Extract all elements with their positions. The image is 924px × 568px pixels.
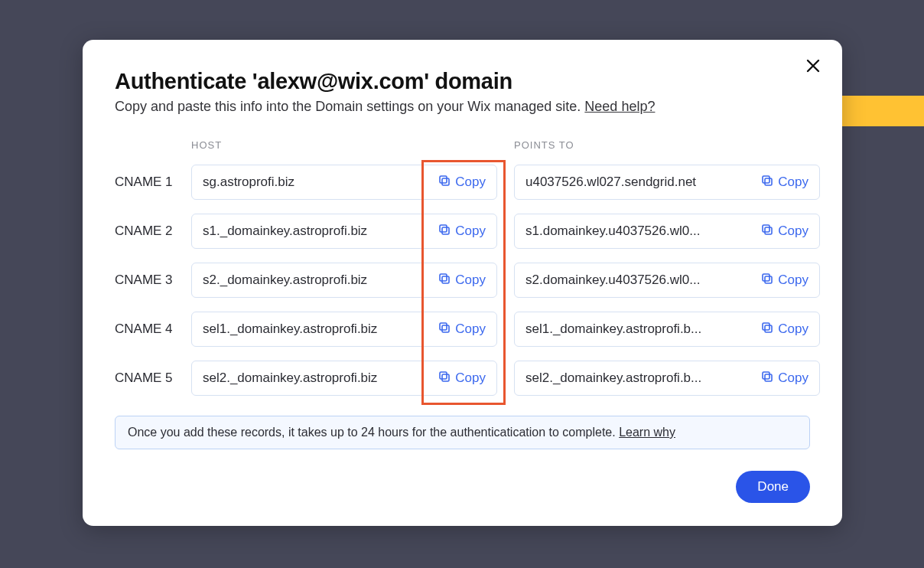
svg-rect-12 — [442, 325, 449, 332]
column-header-host: HOST — [191, 139, 497, 151]
copy-icon — [761, 371, 773, 387]
copy-icon — [761, 175, 773, 191]
points-to-field: s1.domainkey.u4037526.wl0... Copy — [514, 214, 820, 249]
copy-icon — [438, 322, 451, 338]
points-to-value: s2.domainkey.u4037526.wl0... — [525, 273, 753, 288]
points-to-value: sel1._domainkey.astroprofi.b... — [525, 322, 753, 337]
copy-points-to-button[interactable]: Copy — [753, 371, 808, 387]
points-to-value: s1.domainkey.u4037526.wl0... — [525, 224, 753, 239]
subtitle-text: Copy and paste this info into the Domain… — [115, 99, 584, 114]
copy-icon — [438, 224, 451, 240]
copy-host-button[interactable]: Copy — [431, 224, 486, 240]
row-label: CNAME 3 — [115, 273, 191, 288]
records-grid: HOST POINTS TO CNAME 1 sg.astroprofi.biz… — [115, 139, 810, 396]
info-bar: Once you add these records, it takes up … — [115, 416, 810, 449]
svg-rect-15 — [763, 323, 769, 330]
svg-rect-19 — [763, 372, 769, 379]
copy-label: Copy — [778, 175, 808, 190]
points-to-value: u4037526.wl027.sendgrid.net — [525, 175, 753, 190]
copy-host-button[interactable]: Copy — [431, 322, 486, 338]
copy-label: Copy — [778, 371, 808, 386]
svg-rect-3 — [763, 176, 769, 183]
copy-host-button[interactable]: Copy — [431, 175, 486, 191]
host-value: sg.astroprofi.biz — [203, 175, 431, 190]
copy-points-to-button[interactable]: Copy — [753, 273, 808, 289]
copy-label: Copy — [778, 224, 808, 239]
svg-rect-17 — [440, 372, 447, 379]
points-to-field: s2.domainkey.u4037526.wl0... Copy — [514, 263, 820, 298]
background-accent — [840, 96, 924, 126]
copy-host-button[interactable]: Copy — [431, 371, 486, 387]
copy-label: Copy — [778, 273, 808, 288]
host-field: s1._domainkey.astroprofi.biz Copy — [191, 214, 497, 249]
svg-rect-14 — [765, 325, 772, 332]
svg-rect-6 — [765, 227, 772, 234]
host-value: s1._domainkey.astroprofi.biz — [203, 224, 431, 239]
copy-icon — [761, 273, 773, 289]
copy-points-to-button[interactable]: Copy — [753, 175, 808, 191]
svg-rect-13 — [440, 323, 447, 330]
learn-why-link[interactable]: Learn why — [619, 426, 675, 439]
copy-points-to-button[interactable]: Copy — [753, 224, 808, 240]
svg-rect-16 — [442, 374, 449, 381]
host-value: sel2._domainkey.astroprofi.biz — [203, 371, 431, 386]
host-field: sg.astroprofi.biz Copy — [191, 165, 497, 200]
done-button[interactable]: Done — [736, 471, 810, 503]
copy-label: Copy — [455, 371, 486, 386]
points-to-field: u4037526.wl027.sendgrid.net Copy — [514, 165, 820, 200]
svg-rect-10 — [765, 276, 772, 283]
host-value: s2._domainkey.astroprofi.biz — [203, 273, 431, 288]
close-icon — [805, 58, 821, 77]
need-help-link[interactable]: Need help? — [584, 99, 655, 114]
svg-rect-18 — [765, 374, 772, 381]
copy-label: Copy — [455, 273, 486, 288]
points-to-field: sel2._domainkey.astroprofi.b... Copy — [514, 361, 820, 396]
copy-label: Copy — [455, 175, 486, 190]
svg-rect-2 — [765, 178, 772, 185]
authenticate-domain-modal: Authenticate 'alexw@wix.com' domain Copy… — [83, 40, 842, 526]
points-to-value: sel2._domainkey.astroprofi.b... — [525, 371, 753, 386]
copy-label: Copy — [455, 322, 486, 337]
copy-icon — [761, 224, 773, 240]
copy-label: Copy — [455, 224, 486, 239]
copy-icon — [438, 175, 451, 191]
modal-footer: Done — [115, 471, 810, 503]
row-label: CNAME 2 — [115, 224, 191, 239]
row-label: CNAME 4 — [115, 322, 191, 337]
copy-icon — [438, 371, 451, 387]
host-value: sel1._domainkey.astroprofi.biz — [203, 322, 431, 337]
copy-icon — [761, 322, 773, 338]
row-label: CNAME 1 — [115, 175, 191, 190]
points-to-field: sel1._domainkey.astroprofi.b... Copy — [514, 312, 820, 347]
modal-title: Authenticate 'alexw@wix.com' domain — [115, 69, 810, 94]
svg-rect-11 — [763, 274, 769, 281]
svg-rect-9 — [440, 274, 447, 281]
copy-icon — [438, 273, 451, 289]
host-field: sel2._domainkey.astroprofi.biz Copy — [191, 361, 497, 396]
svg-rect-7 — [763, 225, 769, 232]
copy-points-to-button[interactable]: Copy — [753, 322, 808, 338]
copy-label: Copy — [778, 322, 808, 337]
svg-rect-1 — [440, 176, 447, 183]
close-button[interactable] — [802, 57, 824, 78]
host-field: sel1._domainkey.astroprofi.biz Copy — [191, 312, 497, 347]
row-label: CNAME 5 — [115, 371, 191, 386]
svg-rect-5 — [440, 225, 447, 232]
svg-rect-0 — [442, 178, 449, 185]
info-text: Once you add these records, it takes up … — [128, 426, 619, 439]
host-field: s2._domainkey.astroprofi.biz Copy — [191, 263, 497, 298]
modal-subtitle: Copy and paste this info into the Domain… — [115, 99, 810, 115]
svg-rect-4 — [442, 227, 449, 234]
column-header-points-to: POINTS TO — [514, 139, 820, 151]
copy-host-button[interactable]: Copy — [431, 273, 486, 289]
svg-rect-8 — [442, 276, 449, 283]
